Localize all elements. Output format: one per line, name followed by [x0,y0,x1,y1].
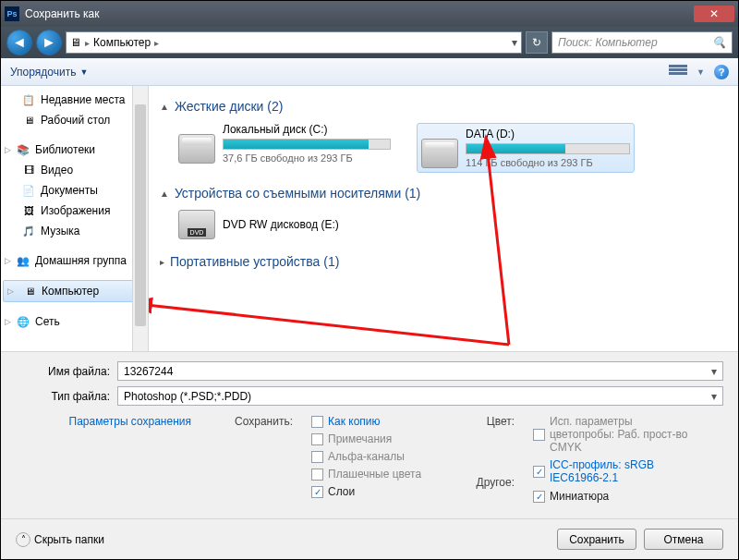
dvd-icon: DVD [178,210,215,239]
hide-folders-toggle[interactable]: ˄ Скрыть папки [16,532,104,547]
sidebar-item-recent[interactable]: 📋Недавние места [1,90,148,110]
filename-input[interactable]: 13267244▾ [117,361,723,381]
sidebar-item-videos[interactable]: 🎞Видео [1,160,148,180]
titlebar[interactable]: Ps Сохранить как ✕ [1,1,738,27]
sidebar-scrollbar[interactable] [132,86,148,351]
hdd-icon [421,139,458,168]
computer-icon: 🖥 [70,36,81,49]
expand-icon[interactable]: ▸ [160,257,164,267]
breadcrumb-sep-icon: ▸ [85,38,90,48]
checkbox-layers[interactable]: Слои [311,485,450,498]
usage-bar [223,139,391,150]
dialog-footer: ˄ Скрыть папки Сохранить Отмена [1,518,738,559]
checkbox-alpha: Альфа-каналы [311,450,450,463]
search-placeholder: Поиск: Компьютер [558,36,658,49]
svg-line-1 [149,303,509,345]
recent-icon: 📋 [21,92,36,107]
desktop-icon: 🖥 [21,113,36,128]
network-icon: 🌐 [16,314,30,329]
sidebar-item-desktop[interactable]: 🖥Рабочий стол [1,110,148,130]
drive-name: Локальный диск (C:) [223,123,391,136]
chevron-down-icon: ▼ [79,67,88,77]
music-icon: 🎵 [21,224,36,238]
drive-e[interactable]: DVD DVD RW дисковод (E:) [178,210,727,239]
sidebar-item-music[interactable]: 🎵Музыка [1,221,148,241]
search-icon: 🔍 [712,36,726,49]
save-label: Сохранить: [219,415,293,428]
expand-icon[interactable]: ▷ [5,256,11,265]
drive-d[interactable]: DATA (D:) 114 ГБ свободно из 293 ГБ [417,123,635,173]
sidebar-item-libraries[interactable]: ▷📚Библиотеки [1,140,148,160]
collapse-icon[interactable]: ▲ [160,102,169,112]
organize-menu[interactable]: Упорядочить ▼ [10,66,88,79]
close-button[interactable]: ✕ [694,6,734,22]
chevron-up-icon: ˄ [16,532,30,547]
libraries-icon: 📚 [16,142,30,157]
app-icon: Ps [5,6,19,21]
sidebar-item-homegroup[interactable]: ▷👥Домашняя группа [1,250,148,271]
breadcrumb-location[interactable]: Компьютер [93,36,151,49]
help-button[interactable]: ? [714,65,729,79]
collapse-icon[interactable]: ▲ [160,189,169,199]
save-button[interactable]: Сохранить [557,529,636,550]
search-input[interactable]: Поиск: Компьютер 🔍 [551,31,733,54]
drive-free: 37,6 ГБ свободно из 293 ГБ [223,152,391,164]
filetype-label: Тип файла: [16,390,117,403]
checkbox-icc[interactable]: ICC-профиль: sRGB IEC61966-2.1 [533,458,723,484]
sidebar-item-network[interactable]: ▷🌐Сеть [1,311,148,332]
forward-button[interactable]: ► [36,30,62,55]
scrollbar-thumb[interactable] [135,104,146,326]
category-portable[interactable]: ▸Портативные устройства (1) [160,254,727,269]
save-parameters-link[interactable]: Параметры сохранения [69,415,191,428]
expand-icon[interactable]: ▷ [5,317,11,326]
checkbox-proof: Исп. параметры цветопробы: Раб. прост-во… [533,415,723,454]
checkbox-as-copy[interactable]: Как копию [311,415,450,428]
usage-bar [466,143,630,154]
dropdown-icon[interactable]: ▾ [711,390,717,403]
save-options-panel: Имя файла: 13267244▾ Тип файла: Photosho… [1,351,738,518]
pictures-icon: 🖼 [21,203,36,218]
toolbar: Упорядочить ▼ ▼ ? [1,58,738,86]
filetype-select[interactable]: Photoshop (*.PSD;*.PDD)▾ [117,386,723,406]
computer-icon: 🖥 [22,284,37,298]
hdd-icon [178,134,215,164]
back-button[interactable]: ◄ [6,30,32,55]
drive-name: DVD RW дисковод (E:) [223,218,339,231]
drive-name: DATA (D:) [466,128,630,140]
address-dropdown-icon[interactable]: ▾ [512,36,517,49]
sidebar-item-pictures[interactable]: 🖼Изображения [1,201,148,221]
sidebar: 📋Недавние места 🖥Рабочий стол ▷📚Библиоте… [1,86,149,351]
filename-label: Имя файла: [16,365,117,378]
checkbox-thumbnail[interactable]: Миниатюра [533,490,723,503]
drive-free: 114 ГБ свободно из 293 ГБ [466,157,630,168]
expand-icon[interactable]: ▷ [5,145,11,154]
main-panel: ▲Жесткие диски (2) Локальный диск (C:) 3… [149,86,738,351]
other-label: Другое: [468,476,515,489]
view-mode-button[interactable] [669,65,687,79]
save-as-dialog: Ps Сохранить как ✕ ◄ ► 🖥 ▸ Компьютер ▸ ▾… [0,0,739,560]
category-hdd[interactable]: ▲Жесткие диски (2) [160,99,727,114]
checkbox-notes: Примечания [311,432,450,445]
category-removable[interactable]: ▲Устройства со съемными носителями (1) [160,186,727,201]
breadcrumb-sep-icon: ▸ [154,38,159,48]
chevron-down-icon[interactable]: ▼ [697,67,705,77]
checkbox-spot: Плашечные цвета [311,468,450,481]
address-bar[interactable]: 🖥 ▸ Компьютер ▸ ▾ [66,31,522,54]
sidebar-item-documents[interactable]: 📄Документы [1,180,148,201]
nav-bar: ◄ ► 🖥 ▸ Компьютер ▸ ▾ ↻ Поиск: Компьютер… [1,27,738,58]
expand-icon[interactable]: ▷ [7,286,14,296]
video-icon: 🎞 [21,163,36,177]
color-label: Цвет: [468,415,515,428]
documents-icon: 📄 [21,183,36,198]
sidebar-item-computer[interactable]: ▷🖥Компьютер [3,280,146,302]
cancel-button[interactable]: Отмена [644,529,723,550]
dropdown-icon[interactable]: ▾ [711,365,717,378]
refresh-button[interactable]: ↻ [526,31,548,54]
drive-c[interactable]: Локальный диск (C:) 37,6 ГБ свободно из … [178,123,391,173]
window-title: Сохранить как [25,7,99,20]
homegroup-icon: 👥 [16,253,30,268]
